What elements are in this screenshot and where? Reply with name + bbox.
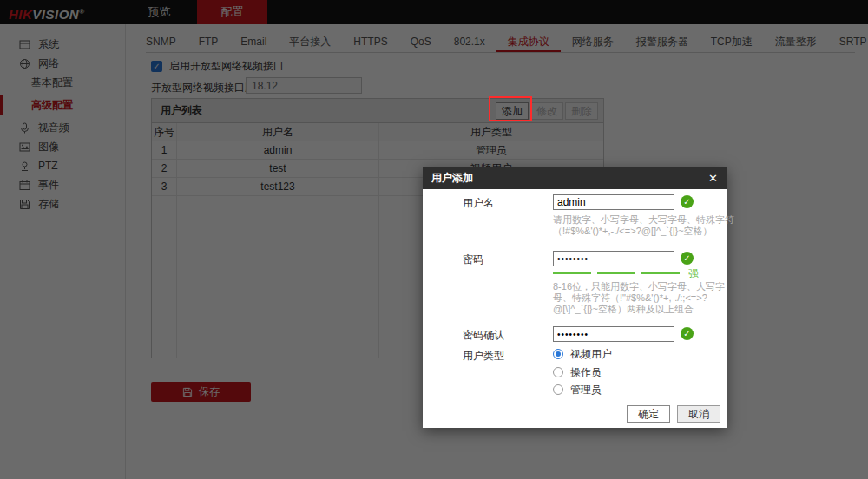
- radio-unselected-icon: [553, 384, 563, 395]
- radio-selected-icon: [553, 349, 563, 359]
- password-strength-bar: [553, 272, 591, 274]
- password-strength-bar: [641, 272, 680, 274]
- dialog-close-icon[interactable]: ✕: [708, 172, 718, 185]
- radio-unselected-icon: [553, 367, 563, 377]
- password-label: 密码: [463, 253, 483, 267]
- usertype-label: 用户类型: [463, 349, 504, 364]
- username-hint: 请用数字、小写字母、大写字母、特殊字符（!#$%&'()*+,-./<=>?@[…: [553, 214, 744, 237]
- password-input[interactable]: [553, 251, 674, 266]
- add-button-highlight-annotation: [489, 96, 532, 121]
- confirm-password-label: 密码确认: [463, 328, 504, 343]
- password-valid-check-icon: ✓: [681, 252, 694, 265]
- confirm-valid-check-icon: ✓: [681, 327, 694, 340]
- password-strength-bar: [597, 272, 635, 274]
- usertype-option-label: 管理员: [570, 383, 602, 397]
- cancel-button[interactable]: 取消: [677, 405, 720, 423]
- dialog-body: 用户名 ✓ 请用数字、小写字母、大写字母、特殊字符（!#$%&'()*+,-./…: [423, 189, 727, 428]
- dialog-title: 用户添加: [431, 171, 473, 186]
- password-strength-label: 强: [688, 266, 699, 281]
- dialog-header: 用户添加 ✕: [423, 167, 727, 189]
- usertype-option-operator[interactable]: 操作员: [553, 366, 602, 378]
- password-hint: 8-16位，只能用数字、小写字母、大写字母、特殊字符（!"#$%&'()*+,-…: [553, 281, 744, 315]
- usertype-option-label: 操作员: [570, 365, 602, 380]
- username-valid-check-icon: ✓: [681, 195, 694, 208]
- add-user-dialog: 用户添加 ✕ 用户名 ✓ 请用数字、小写字母、大写字母、特殊字符（!#$%&'(…: [423, 167, 727, 428]
- usertype-option-video-user[interactable]: 视频用户: [553, 348, 612, 360]
- username-input[interactable]: [553, 194, 674, 210]
- usertype-option-administrator[interactable]: 管理员: [553, 384, 602, 396]
- ok-button[interactable]: 确定: [627, 405, 670, 423]
- username-label: 用户名: [463, 196, 494, 211]
- usertype-option-label: 视频用户: [570, 347, 612, 362]
- confirm-password-input[interactable]: [553, 326, 674, 342]
